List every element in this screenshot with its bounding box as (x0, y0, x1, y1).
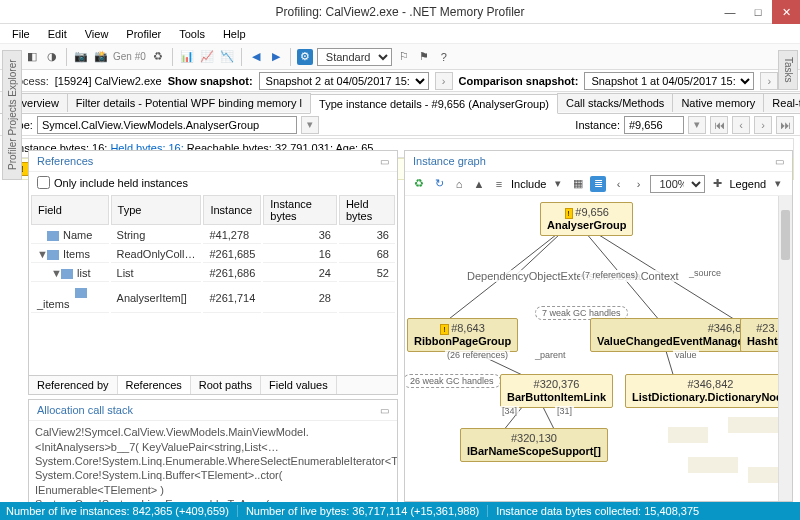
only-held-checkbox[interactable] (37, 176, 50, 189)
edge-dep-context: DependencyObjectExtensions.DataContext (465, 270, 681, 282)
menu-edit[interactable]: Edit (40, 26, 75, 42)
menu-file[interactable]: File (4, 26, 38, 42)
node-root[interactable]: ! #9,656AnalyserGroup (540, 202, 633, 236)
subtab-root-paths[interactable]: Root paths (191, 376, 261, 394)
graph-grid-icon[interactable]: ▦ (570, 176, 586, 192)
alloc-collapse-icon[interactable]: ▭ (380, 405, 389, 416)
graph-collapse-icon[interactable]: ▭ (775, 156, 784, 167)
instance-label: Instance: (575, 119, 620, 131)
tool-icon-2[interactable]: ◧ (24, 49, 40, 65)
layout-combo[interactable]: Standard (317, 48, 392, 66)
col-instbytes[interactable]: Instance bytes (263, 195, 337, 225)
references-title: References (37, 155, 93, 167)
tool-icon-3[interactable]: ◑ (44, 49, 60, 65)
graph-next-icon[interactable]: › (630, 176, 646, 192)
table-row[interactable]: ▼ItemsReadOnlyColl…#261,6851668 (31, 246, 395, 263)
graph-canvas[interactable]: ! #9,656AnalyserGroup DependencyObjectEx… (405, 196, 792, 501)
snapshot-next-icon[interactable]: › (435, 72, 453, 90)
edge-31: [31] (555, 406, 574, 416)
type-dropdown-icon[interactable]: ▾ (301, 116, 319, 134)
zoom-combo[interactable]: 100% (650, 175, 705, 193)
chart2-icon[interactable]: 📈 (199, 49, 215, 65)
compare-snapshot-combo[interactable]: Snapshot 1 at 04/05/2017 15:09 (584, 72, 754, 90)
sidebar-profiler-projects[interactable]: Profiler Projects Explorer (2, 50, 22, 180)
nav-back-icon[interactable]: ◀ (248, 49, 264, 65)
graph-refresh-icon[interactable]: ♻ (411, 176, 427, 192)
tab-realtime[interactable]: Real-time (763, 93, 800, 112)
instance-first-icon[interactable]: ⏮ (710, 116, 728, 134)
graph-prev-icon[interactable]: ‹ (610, 176, 626, 192)
graph-misc-icon[interactable]: ✚ (709, 176, 725, 192)
status-data-bytes: Instance data bytes collected: 15,408,37… (496, 505, 699, 517)
tab-filter-details[interactable]: Filter details - Potential WPF binding m… (67, 93, 311, 112)
graph-up-icon[interactable]: ▲ (471, 176, 487, 192)
references-table[interactable]: Field Type Instance Instance bytes Held … (29, 193, 397, 315)
graph-home-icon[interactable]: ⌂ (451, 176, 467, 192)
node-ibarname[interactable]: #320,130IBarNameScopeSupport[] (460, 428, 608, 462)
menu-tools[interactable]: Tools (171, 26, 213, 42)
graph-reload-icon[interactable]: ↻ (431, 176, 447, 192)
instance-prev-icon[interactable]: ‹ (732, 116, 750, 134)
graph-layers-icon[interactable]: ≡ (491, 176, 507, 192)
instance-last-icon[interactable]: ⏭ (776, 116, 794, 134)
edge-7refs: (7 references) (580, 270, 640, 280)
help-icon[interactable]: ? (436, 49, 452, 65)
subtab-references[interactable]: References (118, 376, 191, 394)
show-snapshot-combo[interactable]: Snapshot 2 at 04/05/2017 15:12 (259, 72, 429, 90)
close-button[interactable]: ✕ (772, 0, 800, 24)
chart3-icon[interactable]: 📉 (219, 49, 235, 65)
legend-dropdown-icon[interactable]: ▾ (770, 176, 786, 192)
instance-input[interactable] (624, 116, 684, 134)
instance-dropdown-icon[interactable]: ▾ (688, 116, 706, 134)
tab-type-instance-details[interactable]: Type instance details - #9,656 (Analyser… (310, 94, 558, 114)
compare-next-icon[interactable]: › (760, 72, 778, 90)
chart-icon[interactable]: 📊 (179, 49, 195, 65)
references-collapse-icon[interactable]: ▭ (380, 156, 389, 167)
subtab-referenced-by[interactable]: Referenced by (29, 376, 118, 394)
node-ribbon[interactable]: ! #8,643RibbonPageGroup (407, 318, 518, 352)
table-row[interactable]: NameString#41,2783636 (31, 227, 395, 244)
type-input[interactable] (37, 116, 297, 134)
camera2-icon[interactable]: 📸 (93, 49, 109, 65)
node-listdict[interactable]: #346,842ListDictionary.DictionaryNode (625, 374, 792, 408)
col-type[interactable]: Type (111, 195, 202, 225)
only-held-label: Only include held instances (54, 177, 188, 189)
show-snapshot-label: Show snapshot: (168, 75, 253, 87)
col-heldbytes[interactable]: Held bytes (339, 195, 395, 225)
graph-align-icon[interactable]: ≣ (590, 176, 606, 192)
edge-source: _source (687, 268, 723, 278)
graph-title: Instance graph (413, 155, 486, 167)
gc-icon[interactable]: ♻ (150, 49, 166, 65)
opt-icon-1[interactable]: ⚐ (396, 49, 412, 65)
table-row[interactable]: _itemsAnalyserItem[]#261,71428 (31, 284, 395, 313)
nav-fwd-icon[interactable]: ▶ (268, 49, 284, 65)
graph-scrollbar[interactable] (778, 196, 792, 501)
instance-next-icon[interactable]: › (754, 116, 772, 134)
table-row[interactable]: ▼listList#261,6862452 (31, 265, 395, 282)
menu-view[interactable]: View (77, 26, 117, 42)
edge-value: value (673, 350, 699, 360)
col-field[interactable]: Field (31, 195, 109, 225)
minimize-button[interactable]: — (716, 0, 744, 24)
col-instance[interactable]: Instance (203, 195, 261, 225)
maximize-button[interactable]: □ (744, 0, 772, 24)
alloc-title: Allocation call stack (37, 404, 133, 416)
include-label: Include (511, 178, 546, 190)
compare-label: Comparison snapshot: (459, 75, 579, 87)
menu-help[interactable]: Help (215, 26, 254, 42)
tab-callstacks[interactable]: Call stacks/Methods (557, 93, 673, 112)
tab-native-memory[interactable]: Native memory (672, 93, 764, 112)
filter-icon[interactable]: ⚙ (297, 49, 313, 65)
subtab-field-values[interactable]: Field values (261, 376, 337, 394)
include-dropdown-icon[interactable]: ▾ (550, 176, 566, 192)
node-barbutton[interactable]: #320,376BarButtonItemLink (500, 374, 613, 408)
sidebar-tasks[interactable]: Tasks (778, 50, 798, 90)
edge-26refs: (26 references) (445, 350, 510, 360)
opt-icon-2[interactable]: ⚑ (416, 49, 432, 65)
menubar: File Edit View Profiler Tools Help (0, 24, 800, 44)
process-bar: Process: [15924] CalView2.exe Show snaps… (0, 70, 800, 92)
graph-toolbar: ♻ ↻ ⌂ ▲ ≡ Include ▾ ▦ ≣ ‹ › 100% ✚ Legen… (405, 172, 792, 196)
camera-icon[interactable]: 📷 (73, 49, 89, 65)
type-bar: Type: ▾ Instance: ▾ ⏮ ‹ › ⏭ (0, 114, 800, 136)
menu-profiler[interactable]: Profiler (118, 26, 169, 42)
